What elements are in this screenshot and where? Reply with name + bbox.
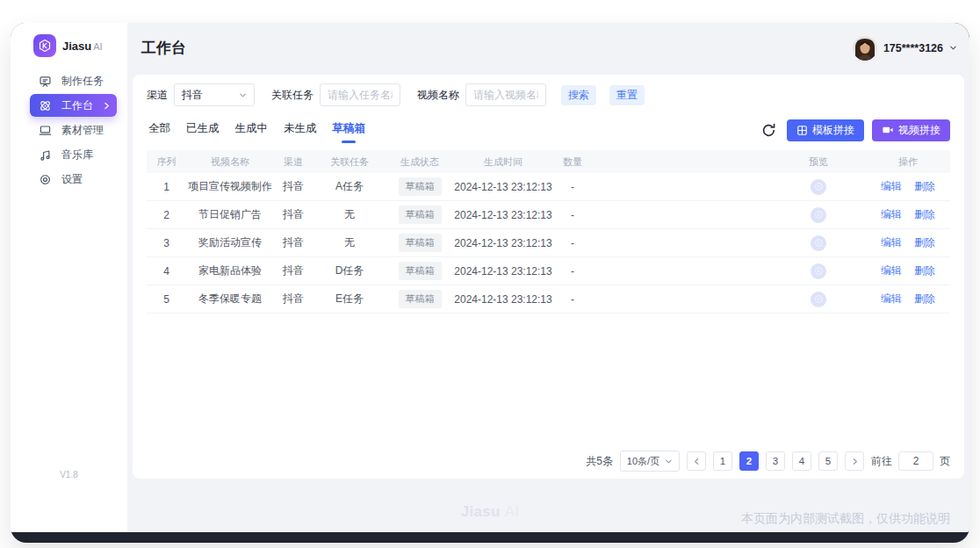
status-badge: 草稿箱 — [399, 206, 442, 224]
count: - — [553, 293, 592, 306]
chevron-right-icon — [103, 102, 111, 110]
video-splice-button[interactable]: 视频拼接 — [872, 119, 950, 141]
row-index: 5 — [147, 293, 186, 306]
play-icon — [815, 239, 823, 247]
template-splice-button[interactable]: 模板拼接 — [787, 119, 864, 141]
total-count-label: 共5条 — [586, 454, 613, 469]
tab-generated[interactable]: 已生成 — [184, 117, 221, 144]
sidebar-item-label: 工作台 — [61, 98, 93, 113]
tab-not-generated[interactable]: 未生成 — [282, 117, 319, 144]
goto-label: 前往 — [871, 454, 892, 469]
page-buttons: 12345 — [687, 451, 864, 471]
column-header: 数量 — [553, 155, 592, 169]
sidebar-item-tasks[interactable]: 制作任务 — [30, 69, 117, 92]
page-button-5[interactable]: 5 — [818, 451, 838, 471]
tab-draft[interactable]: 草稿箱 — [331, 117, 368, 144]
page-size-select[interactable]: 10条/页 — [620, 451, 680, 472]
count: - — [553, 209, 592, 221]
status-badge: 草稿箱 — [399, 177, 442, 196]
video-name-label: 视频名称 — [417, 88, 459, 103]
preview-play-button[interactable] — [811, 292, 826, 307]
table-row: 5冬季保暖专题抖音E任务草稿箱2024-12-13 23:12:13-编辑删除 — [147, 285, 950, 314]
user-phone: 175****3126 — [883, 42, 943, 54]
chevron-down-icon — [239, 91, 247, 99]
status-badge: 草稿箱 — [399, 290, 442, 308]
task-input[interactable] — [320, 83, 400, 106]
drafts-table: 序列视频名称渠道关联任务生成状态生成时间数量预览操作 1项目宣传视频制作抖音A任… — [147, 150, 950, 314]
edit-link[interactable]: 编辑 — [881, 179, 902, 194]
related-task: 无 — [313, 235, 386, 250]
play-icon — [815, 211, 823, 219]
pagination: 共5条 10条/页 12345 前往 页 — [586, 451, 950, 472]
sidebar-item-label: 设置 — [61, 172, 83, 187]
search-button[interactable]: 搜索 — [561, 85, 596, 105]
row-index: 1 — [147, 181, 186, 193]
sidebar-item-workbench[interactable]: 工作台 — [30, 94, 117, 117]
reset-button[interactable]: 重置 — [609, 85, 645, 105]
tab-generating[interactable]: 生成中 — [234, 117, 270, 144]
app-window: JiasuAI 制作任务工作台素材管理音乐库设置 V1.8 工作台 — [11, 23, 969, 543]
prev-page-button[interactable] — [687, 451, 706, 471]
page-button-4[interactable]: 4 — [792, 451, 811, 471]
user-menu[interactable]: 175****3126 — [853, 36, 957, 61]
next-page-button[interactable] — [845, 451, 864, 471]
content-card: 渠道 抖音 关联任务 视频名称 — [133, 75, 964, 479]
created-time: 2024-12-13 23:12:13 — [453, 293, 553, 306]
page-size-value: 10条/页 — [627, 455, 659, 468]
toolbar-actions: 模板拼接 视频拼接 — [760, 119, 950, 141]
atom-icon — [39, 99, 52, 112]
tab-all[interactable]: 全部 — [147, 117, 172, 144]
channel-select[interactable]: 抖音 — [174, 83, 255, 106]
column-header: 操作 — [866, 155, 950, 169]
chevron-down-icon — [665, 458, 673, 465]
brand-name: JiasuAI — [62, 40, 103, 53]
page-button-1[interactable]: 1 — [713, 451, 732, 471]
page-button-2[interactable]: 2 — [739, 451, 759, 471]
goto-page-input[interactable] — [898, 451, 933, 471]
preview-play-button[interactable] — [811, 263, 826, 279]
preview-play-button[interactable] — [811, 179, 826, 195]
preview-play-button[interactable] — [811, 207, 826, 223]
row-actions: 编辑删除 — [866, 235, 950, 250]
delete-link[interactable]: 删除 — [914, 179, 935, 194]
delete-link[interactable]: 删除 — [914, 235, 935, 250]
edit-link[interactable]: 编辑 — [881, 235, 902, 250]
task-label: 关联任务 — [271, 88, 313, 103]
brand-logo: JiasuAI — [33, 34, 127, 57]
count: - — [553, 237, 592, 249]
delete-link[interactable]: 删除 — [914, 292, 935, 306]
sidebar-item-music[interactable]: 音乐库 — [30, 143, 117, 166]
column-header: 生成状态 — [386, 155, 453, 169]
status-tabs: 全部已生成生成中未生成草稿箱 — [147, 117, 379, 143]
refresh-icon[interactable] — [760, 121, 777, 139]
play-icon — [815, 267, 823, 275]
page-button-3[interactable]: 3 — [766, 451, 785, 471]
video-name-filter: 视频名称 — [417, 83, 546, 106]
sidebar-item-label: 素材管理 — [61, 123, 104, 138]
table-row: 3奖励活动宣传抖音无草稿箱2024-12-13 23:12:13-编辑删除 — [147, 229, 950, 257]
edit-link[interactable]: 编辑 — [881, 292, 902, 306]
preview-play-button[interactable] — [811, 235, 826, 251]
sidebar-item-settings[interactable]: 设置 — [30, 168, 117, 191]
sidebar: JiasuAI 制作任务工作台素材管理音乐库设置 V1.8 — [11, 23, 127, 532]
preview — [771, 292, 866, 307]
sidebar-item-materials[interactable]: 素材管理 — [30, 119, 117, 141]
delete-link[interactable]: 删除 — [914, 207, 935, 222]
channel-select-value: 抖音 — [182, 88, 203, 103]
row-actions: 编辑删除 — [866, 179, 950, 194]
video-name-input[interactable] — [465, 83, 546, 106]
grid-icon — [796, 125, 808, 136]
row-actions: 编辑删除 — [866, 207, 950, 222]
disclaimer-text: 本页面为内部测试截图，仅供功能说明 — [741, 511, 950, 527]
video-name: 冬季保暖专题 — [186, 292, 274, 306]
channel: 抖音 — [274, 292, 313, 306]
edit-link[interactable]: 编辑 — [881, 263, 902, 278]
table-row: 1项目宣传视频制作抖音A任务草稿箱2024-12-13 23:12:13-编辑删… — [147, 173, 950, 201]
edit-link[interactable]: 编辑 — [881, 207, 902, 222]
page-title: 工作台 — [141, 38, 186, 58]
gear-icon — [39, 173, 52, 186]
app-surface: JiasuAI 制作任务工作台素材管理音乐库设置 V1.8 工作台 — [11, 23, 969, 532]
column-header: 生成时间 — [453, 155, 553, 169]
delete-link[interactable]: 删除 — [914, 263, 935, 278]
row-actions: 编辑删除 — [866, 263, 950, 278]
